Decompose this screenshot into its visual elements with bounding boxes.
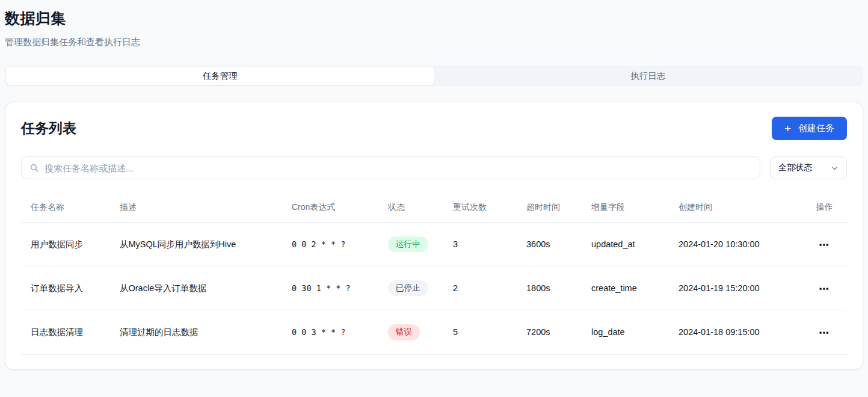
card-title: 任务列表	[21, 119, 76, 138]
column-header-cron: Cron表达式	[282, 195, 378, 223]
search-box	[21, 156, 760, 179]
filter-row: 全部状态	[21, 156, 847, 179]
chevron-down-icon	[831, 164, 839, 172]
task-created: 2024-01-19 15:20:00	[669, 266, 802, 310]
tab-task-management[interactable]: 任务管理	[6, 67, 434, 85]
task-retries: 5	[443, 310, 517, 354]
status-badge: 运行中	[388, 236, 428, 252]
column-header-incr-field: 增量字段	[582, 195, 669, 223]
task-retries: 2	[443, 266, 517, 310]
task-description: 从MySQL同步用户数据到Hive	[110, 223, 282, 266]
table-row: 日志数据清理 清理过期的日志数据 0 0 3 * * ? 错误 5 7200s …	[21, 310, 847, 354]
task-cron: 0 30 1 * * ?	[282, 266, 378, 310]
task-name: 订单数据导入	[21, 266, 110, 310]
task-incr-field: updated_at	[582, 223, 669, 266]
column-header-timeout: 超时时间	[517, 195, 582, 223]
status-filter-select[interactable]: 全部状态	[770, 156, 847, 179]
tab-execution-logs[interactable]: 执行日志	[434, 67, 863, 85]
task-description: 从Oracle导入订单数据	[110, 266, 282, 310]
column-header-description: 描述	[110, 195, 282, 223]
tabbar: 任务管理 执行日志	[5, 66, 863, 86]
task-timeout: 7200s	[517, 310, 582, 354]
task-cron: 0 0 2 * * ?	[282, 223, 378, 266]
row-actions-button[interactable]: •••	[819, 328, 830, 337]
page: 数据归集 管理数据归集任务和查看执行日志 任务管理 执行日志 任务列表 + 创建…	[0, 0, 868, 378]
tab-task-management-label: 任务管理	[203, 70, 238, 82]
task-table: 任务名称 描述 Cron表达式 状态 重试次数 超时时间 增量字段 创建时间 操…	[21, 195, 847, 355]
task-list-card: 任务列表 + 创建任务 全部状态	[5, 102, 863, 370]
row-actions-button[interactable]: •••	[819, 285, 830, 293]
tab-execution-logs-label: 执行日志	[630, 70, 665, 82]
table-header-row: 任务名称 描述 Cron表达式 状态 重试次数 超时时间 增量字段 创建时间 操…	[21, 195, 847, 223]
card-header: 任务列表 + 创建任务	[21, 117, 847, 140]
page-title: 数据归集	[5, 8, 863, 28]
create-task-button[interactable]: + 创建任务	[772, 117, 847, 140]
plus-icon: +	[784, 123, 791, 134]
column-header-name: 任务名称	[21, 195, 110, 223]
column-header-actions: 操作	[802, 195, 847, 223]
search-icon	[29, 163, 39, 173]
task-name: 日志数据清理	[21, 310, 110, 354]
create-task-button-label: 创建任务	[798, 123, 834, 134]
task-created: 2024-01-18 09:15:00	[669, 310, 802, 354]
column-header-created: 创建时间	[669, 195, 802, 223]
column-header-retries: 重试次数	[443, 195, 517, 223]
search-input[interactable]	[45, 163, 752, 173]
task-timeout: 1800s	[517, 266, 582, 310]
table-row: 用户数据同步 从MySQL同步用户数据到Hive 0 0 2 * * ? 运行中…	[21, 223, 847, 266]
status-badge: 已停止	[388, 280, 428, 296]
status-filter-value: 全部状态	[778, 162, 812, 173]
task-incr-field: create_time	[582, 266, 669, 310]
status-badge: 错误	[388, 324, 420, 340]
row-actions-button[interactable]: •••	[819, 241, 830, 249]
page-subtitle: 管理数据归集任务和查看执行日志	[5, 37, 863, 48]
task-created: 2024-01-20 10:30:00	[669, 223, 802, 266]
task-name: 用户数据同步	[21, 223, 110, 266]
task-retries: 3	[443, 223, 517, 266]
task-description: 清理过期的日志数据	[110, 310, 282, 354]
task-incr-field: log_date	[582, 310, 669, 354]
task-cron: 0 0 3 * * ?	[282, 310, 378, 354]
table-row: 订单数据导入 从Oracle导入订单数据 0 30 1 * * ? 已停止 2 …	[21, 266, 847, 310]
column-header-status: 状态	[378, 195, 443, 223]
task-timeout: 3600s	[517, 223, 582, 266]
